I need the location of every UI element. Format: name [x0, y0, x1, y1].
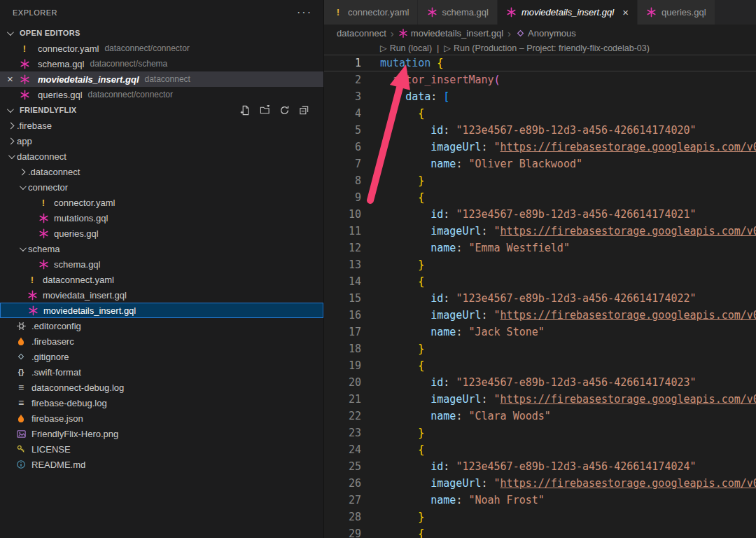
tab-schema-gql[interactable]: schema.gql	[418, 0, 497, 25]
tree-item-gitignore[interactable]: .gitignore	[0, 349, 323, 364]
tree-item-schema-gql[interactable]: schema.gql	[0, 256, 323, 272]
tree-item-label: dataconnect.yaml	[43, 275, 114, 285]
tree-item-queries-gql[interactable]: queries.gql	[0, 226, 323, 241]
open-editor-name: queries.gql	[38, 90, 83, 100]
tree-item-mutations-gql[interactable]: mutations.gql	[0, 210, 323, 226]
tree-item-connector[interactable]: connector	[0, 179, 323, 195]
breadcrumb-label: moviedetails_insert.gql	[411, 28, 503, 39]
code-line[interactable]: 20 id: "123e4567-e89b-12d3-a456-42661417…	[324, 374, 756, 391]
code-line[interactable]: 7 name: "Oliver Blackwood"	[324, 156, 756, 172]
line-content: {	[361, 105, 424, 122]
code-line[interactable]: 8 }	[324, 172, 756, 189]
code-line[interactable]: 25 id: "123e4567-e89b-12d3-a456-42661417…	[324, 458, 756, 475]
tree-item-firebase-debug-log[interactable]: ≡firebase-debug.log	[0, 395, 323, 411]
open-editor-queries-gql[interactable]: queries.gqldataconnect/connector	[0, 87, 323, 102]
code-line[interactable]: 9 {	[324, 189, 756, 206]
code-line[interactable]: 23 }	[324, 425, 756, 441]
explorer-title-bar: EXPLORER ···	[0, 0, 323, 25]
line-number: 18	[324, 340, 361, 357]
code-line[interactable]: 12 name: "Emma Westfield"	[324, 240, 756, 256]
tree-item-moviedetails-insert-gql[interactable]: moviedetails_insert.gql	[0, 303, 323, 318]
open-editor-moviedetails-insert-gql[interactable]: ×moviedetails_insert.gqldataconnect	[0, 71, 323, 87]
tree-item-label: moviedata_insert.gql	[43, 290, 127, 301]
workspace-root-header[interactable]: FRIENDLYFLIX	[0, 102, 323, 118]
line-number: 5	[324, 122, 361, 139]
code-editor[interactable]: 1mutation {2 actor_insertMany(3 data: [4…	[324, 55, 756, 538]
code-line[interactable]: 26 imageUrl: "https://firebasestorage.go…	[324, 475, 756, 492]
code-line[interactable]: 21 imageUrl: "https://firebasestorage.go…	[324, 391, 756, 408]
open-editors-label: OPEN EDITORS	[20, 29, 80, 37]
tree-item-dataconnect-debug-log[interactable]: ≡dataconnect-debug.log	[0, 380, 323, 395]
graphql-icon	[19, 58, 30, 69]
tree-item-editorconfig[interactable]: .editorconfig	[0, 318, 323, 333]
code-line[interactable]: 4 {	[324, 105, 756, 122]
open-editor-path: dataconnect/connector	[104, 43, 189, 53]
code-line[interactable]: 29 {	[324, 525, 756, 538]
tree-item-label: .editorconfig	[31, 321, 81, 331]
line-number: 17	[324, 324, 361, 340]
line-content: name: "Clara Woods"	[361, 408, 551, 425]
breadcrumb-item-moviedetails-insert-gql[interactable]: moviedetails_insert.gql	[398, 28, 503, 39]
tree-item-friendlyflix-hero-png[interactable]: FriendlyFlix-Hero.png	[0, 426, 323, 441]
run-production-link[interactable]: ▷Run (Production – Project: friendly-fli…	[444, 42, 650, 55]
line-content: }	[361, 172, 424, 189]
code-line[interactable]: 18 }	[324, 340, 756, 357]
collapse-all-icon[interactable]	[298, 104, 309, 116]
tree-item-dataconnect[interactable]: .dataconnect	[0, 164, 323, 179]
close-icon[interactable]: ×	[7, 71, 19, 87]
code-line[interactable]: 16 imageUrl: "https://firebasestorage.go…	[324, 307, 756, 324]
code-line[interactable]: 13 }	[324, 256, 756, 273]
code-line[interactable]: 11 imageUrl: "https://firebasestorage.go…	[324, 223, 756, 240]
code-line[interactable]: 19 {	[324, 357, 756, 374]
code-line[interactable]: 14 {	[324, 273, 756, 290]
tree-item-firebase[interactable]: .firebase	[0, 118, 323, 133]
info-icon	[15, 459, 27, 470]
chevron-down-icon	[8, 152, 15, 159]
open-editors-header[interactable]: OPEN EDITORS	[0, 25, 323, 41]
tree-item-connector-yaml[interactable]: !connector.yaml	[0, 195, 323, 210]
code-line[interactable]: 22 name: "Clara Woods"	[324, 408, 756, 425]
tree-item-dataconnect[interactable]: dataconnect	[0, 149, 323, 164]
tree-item-readme-md[interactable]: README.md	[0, 457, 323, 472]
code-line[interactable]: 10 id: "123e4567-e89b-12d3-a456-42661417…	[324, 206, 756, 223]
tree-item-schema[interactable]: schema	[0, 241, 323, 256]
tree-item-firebaserc[interactable]: .firebaserc	[0, 333, 323, 349]
line-number: 4	[324, 105, 361, 122]
breadcrumb-item-anonymous[interactable]: Anonymous	[515, 28, 576, 39]
open-editor-schema-gql[interactable]: schema.gqldataconnect/schema	[0, 56, 323, 71]
tree-item-swift-format[interactable]: {}.swift-format	[0, 364, 323, 380]
more-actions-icon[interactable]: ···	[297, 9, 312, 16]
graphql-icon	[426, 7, 438, 18]
code-line[interactable]: 1mutation {	[324, 55, 756, 71]
code-line[interactable]: 17 name: "Jack Stone"	[324, 324, 756, 340]
code-line[interactable]: 15 id: "123e4567-e89b-12d3-a456-42661417…	[324, 290, 756, 307]
code-line[interactable]: 3 data: [	[324, 88, 756, 105]
refresh-icon[interactable]	[279, 104, 290, 116]
code-line[interactable]: 2 actor_insertMany(	[324, 71, 756, 88]
new-folder-icon[interactable]	[259, 104, 270, 116]
code-line[interactable]: 28 }	[324, 509, 756, 525]
run-local-link[interactable]: ▷Run (local)	[380, 42, 432, 55]
tree-item-firebase-json[interactable]: firebase.json	[0, 411, 323, 426]
tab-queries-gql[interactable]: queries.gql	[638, 0, 715, 25]
line-content: {	[361, 525, 424, 538]
tree-item-app[interactable]: app	[0, 133, 323, 149]
tab-moviedetails-insert-gql[interactable]: moviedetails_insert.gql×	[498, 0, 638, 25]
tree-item-license[interactable]: LICENSE	[0, 441, 323, 457]
tab-connector-yaml[interactable]: !connector.yaml	[324, 0, 418, 25]
tree-item-dataconnect-yaml[interactable]: !dataconnect.yaml	[0, 272, 323, 287]
code-line[interactable]: 27 name: "Noah Frost"	[324, 492, 756, 509]
tree-item-moviedata-insert-gql[interactable]: moviedata_insert.gql	[0, 287, 323, 303]
code-line[interactable]: 24 {	[324, 441, 756, 458]
new-file-icon[interactable]	[239, 104, 251, 116]
code-line[interactable]: 6 imageUrl: "https://firebasestorage.goo…	[324, 139, 756, 156]
close-icon[interactable]: ×	[622, 6, 629, 18]
tree-item-label: FriendlyFlix-Hero.png	[31, 429, 118, 439]
code-line[interactable]: 5 id: "123e4567-e89b-12d3-a456-426614174…	[324, 122, 756, 139]
tree-item-label: schema	[28, 244, 60, 254]
editor-area: !connector.yamlschema.gqlmoviedetails_in…	[324, 0, 756, 538]
breadcrumb-item-dataconnect[interactable]: dataconnect	[337, 28, 386, 39]
tab-label: schema.gql	[442, 7, 488, 18]
vscode-window: EXPLORER ··· OPEN EDITORS !connector.yam…	[0, 0, 756, 538]
open-editor-connector-yaml[interactable]: !connector.yamldataconnect/connector	[0, 41, 323, 56]
